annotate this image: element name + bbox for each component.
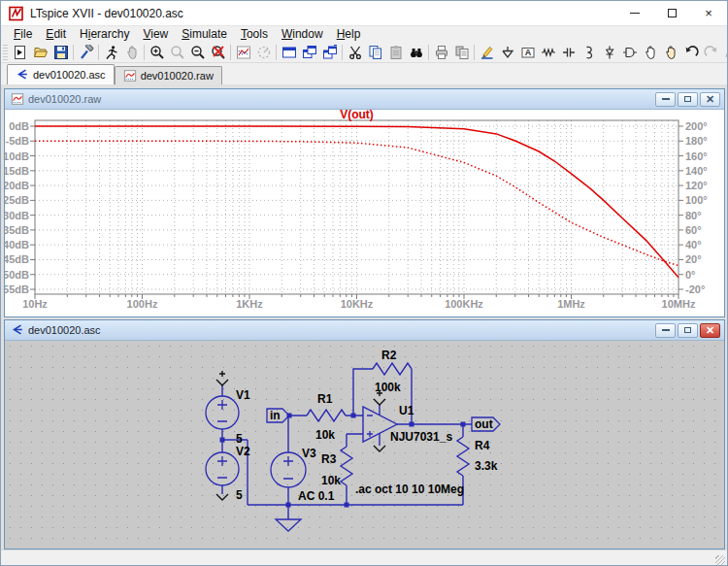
net-label-out[interactable]: out [475, 417, 493, 431]
diode-icon[interactable] [599, 43, 619, 62]
svg-text:-35dB: -35dB [5, 224, 29, 236]
open-icon[interactable] [30, 43, 50, 62]
copy-icon[interactable] [365, 43, 385, 62]
ground-symbol[interactable] [276, 519, 301, 531]
menu-tools[interactable]: Tools [234, 27, 275, 41]
undo-icon[interactable] [680, 43, 701, 62]
print-icon[interactable] [431, 43, 451, 62]
v3-name[interactable]: V3 [302, 447, 316, 460]
new-schematic-icon[interactable] [10, 43, 30, 62]
halt-icon[interactable] [121, 43, 142, 62]
menu-edit[interactable]: Edit [39, 27, 73, 41]
r1-value[interactable]: 10k [315, 428, 335, 442]
plot-window: dev010020.raw ✕ 0dB-5dB-10dB-15dB-20dB-2… [4, 88, 725, 317]
vplus-flag-v1 [216, 371, 228, 385]
resistor-icon[interactable] [538, 43, 558, 62]
svg-text:100Hz: 100Hz [127, 298, 158, 310]
component-icon[interactable] [619, 43, 640, 62]
u1-value[interactable]: NJU7031_s [390, 430, 452, 444]
r4-value[interactable]: 3.3k [475, 459, 498, 473]
r1-name[interactable]: R1 [317, 392, 333, 406]
svg-text:40°: 40° [685, 239, 702, 250]
v1-name[interactable]: V1 [236, 388, 250, 402]
voltage-source-v3[interactable] [271, 452, 306, 487]
spice-directive[interactable]: .ac oct 10 10 10Meg [355, 483, 464, 496]
minimize-button[interactable] [616, 1, 653, 25]
r4-name[interactable]: R4 [475, 439, 490, 452]
schematic-restore-button[interactable] [678, 323, 698, 338]
r2-value[interactable]: 100k [375, 381, 401, 394]
run-icon[interactable] [101, 43, 121, 62]
v2-value[interactable]: 5 [236, 488, 243, 502]
drag-icon[interactable] [660, 43, 680, 62]
v1-value[interactable]: 5 [236, 432, 243, 446]
menu-simulate[interactable]: Simulate [175, 27, 234, 41]
ground-icon[interactable] [497, 43, 517, 62]
resize-grip[interactable] [715, 555, 725, 565]
capacitor-icon[interactable] [558, 43, 579, 62]
plot-window-titlebar[interactable]: dev010020.raw ✕ [5, 89, 724, 110]
zoom-out-icon[interactable] [187, 43, 208, 62]
menu-window[interactable]: Window [275, 27, 330, 41]
schematic-window-titlebar[interactable]: dev010020.asc ✕ [5, 320, 724, 341]
r3-name[interactable]: R3 [321, 452, 337, 466]
plot-restore-button[interactable] [678, 92, 698, 107]
statusbar [1, 549, 727, 566]
find-icon[interactable] [406, 43, 426, 62]
menu-file[interactable]: File [7, 27, 39, 41]
net-label-in[interactable]: in [270, 409, 281, 422]
edit-text-icon[interactable]: En [721, 43, 727, 62]
plot-title[interactable]: V(out) [340, 110, 374, 121]
save-icon[interactable] [50, 43, 71, 62]
autorange-icon[interactable] [233, 43, 253, 62]
svg-text:120°: 120° [685, 180, 708, 191]
plot-close-button[interactable]: ✕ [700, 92, 720, 107]
edit-icon[interactable] [477, 43, 497, 62]
schematic-labels: V1 5 V2 5 V3 AC 0.1 R1 10k R2 100k R3 10… [236, 349, 498, 503]
voltage-source-v1[interactable] [206, 396, 239, 429]
bode-plot[interactable]: 0dB-5dB-10dB-15dB-20dB-25dB-30dB-35dB-40… [5, 110, 724, 316]
schematic-window: dev010020.asc ✕ [4, 319, 725, 549]
menu-hierarchy[interactable]: Hierarchy [73, 27, 136, 41]
u1-name[interactable]: U1 [399, 404, 414, 417]
schematic-minimize-button[interactable] [655, 323, 676, 338]
label-net-icon[interactable]: A [517, 43, 538, 62]
cascade-windows-icon[interactable] [319, 43, 340, 62]
close-button[interactable]: × [690, 1, 727, 25]
r2-name[interactable]: R2 [381, 349, 397, 362]
toolbar-grip[interactable] [3, 45, 8, 60]
fft-icon[interactable] [253, 43, 274, 62]
maximize-button[interactable] [653, 1, 690, 25]
v2-name[interactable]: V2 [236, 445, 250, 458]
plot-pane[interactable]: 0dB-5dB-10dB-15dB-20dB-25dB-30dB-35dB-40… [5, 110, 724, 316]
svg-text:180°: 180° [685, 135, 708, 147]
plot-minimize-button[interactable] [655, 92, 676, 107]
zoom-area-icon[interactable] [167, 43, 187, 62]
tile-horizontally-icon[interactable] [279, 43, 299, 62]
svg-text:100°: 100° [685, 194, 708, 206]
svg-text:-55dB: -55dB [5, 283, 29, 295]
zoom-in-icon[interactable] [147, 43, 167, 62]
v3-value[interactable]: AC 0.1 [298, 489, 335, 503]
cut-icon[interactable] [345, 43, 365, 62]
paste-icon[interactable] [385, 43, 406, 62]
r3-value[interactable]: 10k [321, 474, 341, 487]
zoom-fit-icon[interactable] [208, 43, 228, 62]
inductor-icon[interactable] [579, 43, 599, 62]
control-panel-icon[interactable] [76, 43, 96, 62]
print-preview-icon[interactable] [451, 43, 472, 62]
menu-view[interactable]: View [136, 27, 175, 41]
tile-vertically-icon[interactable] [299, 43, 319, 62]
redo-icon[interactable] [701, 43, 721, 62]
voltage-source-v2[interactable] [206, 452, 239, 485]
tab-schematic[interactable]: dev010020.asc [7, 64, 115, 84]
menubar: FileEditHierarchyViewSimulateToolsWindow… [1, 26, 727, 42]
magnitude-trace[interactable] [35, 126, 678, 278]
schematic-canvas[interactable]: V1 5 V2 5 V3 AC 0.1 R1 10k R2 100k R3 10… [5, 341, 724, 549]
ltspice-window: LTspice XVII - dev010020.asc × FileEditH… [0, 0, 728, 566]
tab-waveform[interactable]: dev010020.raw [115, 66, 222, 84]
menu-help[interactable]: Help [330, 27, 368, 41]
svg-text:10Hz: 10Hz [22, 298, 48, 310]
move-icon[interactable] [640, 43, 660, 62]
schematic-close-button[interactable]: ✕ [700, 323, 720, 338]
